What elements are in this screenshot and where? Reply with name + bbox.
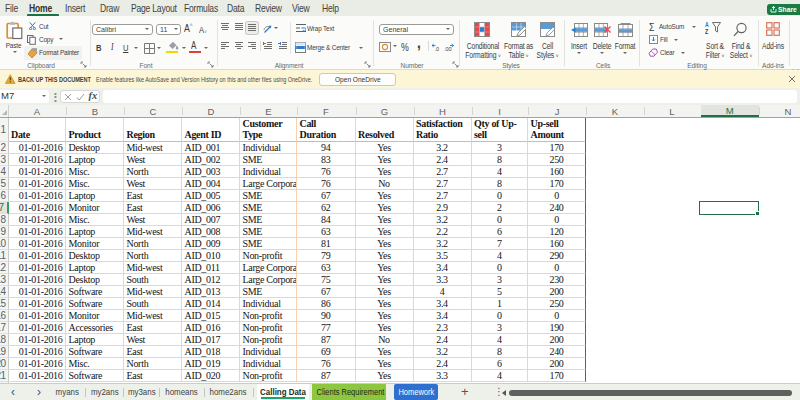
svg-text:.00: .00 xyxy=(444,46,452,52)
svg-text:.0: .0 xyxy=(435,46,440,52)
